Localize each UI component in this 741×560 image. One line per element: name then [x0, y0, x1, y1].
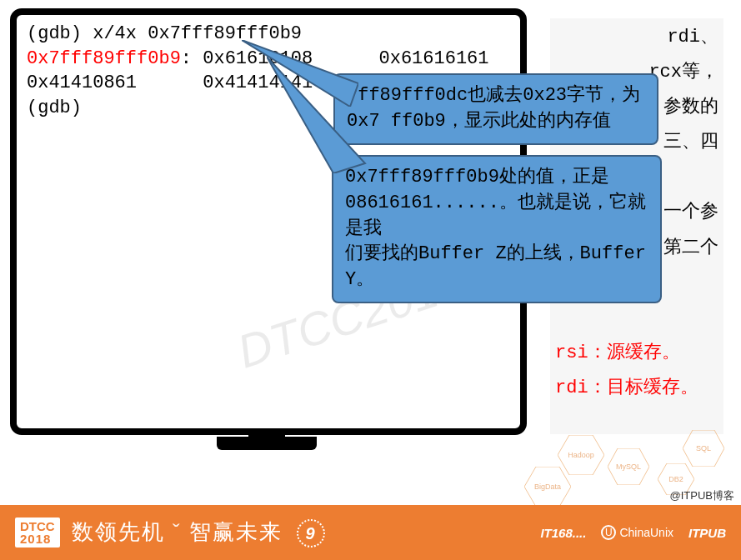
rdi-note: rdi：目标缓存。	[555, 374, 718, 402]
callout1-l2: 0x7 ff0b9，显示此处的内存值	[347, 109, 645, 135]
txt: rcx等，	[648, 62, 718, 82]
callout-buffer-y: 0x7fff89fff0b9处的值，正是 08616161......。也就是说…	[332, 155, 662, 303]
callout-subtract: fff89fff0dc也减去0x23字节，为 0x7 ff0b9，显示此处的内存…	[333, 73, 658, 145]
svg-marker-1	[267, 57, 365, 173]
footer-bar: DTCC 2018 数领先机 ˇ 智赢未来 9 IT168.... U Chin…	[0, 505, 741, 560]
gdb-line4: (gdb)	[27, 98, 82, 118]
hex-label: Hadoop	[558, 451, 604, 459]
txt: 第二个	[663, 238, 718, 258]
footer-brands: IT168.... U ChinaUnix ITPUB	[540, 525, 726, 540]
txt: 三、四	[663, 132, 718, 152]
u-icon: U	[601, 525, 616, 540]
slogan: 数领先机 ˇ 智赢未来 9	[72, 518, 325, 548]
callout2-l1: 0x7fff89fff0b9处的值，正是	[345, 165, 648, 191]
slogan-b: 智赢未来	[189, 519, 283, 544]
svg-marker-4	[683, 430, 724, 467]
gdb-addr: 0x7fff89fff0b9	[27, 48, 181, 69]
svg-marker-2	[558, 435, 604, 475]
brand-it168: IT168....	[540, 526, 586, 540]
callout1-l1: fff89fff0dc也减去0x23字节，为	[347, 83, 645, 109]
txt: 参数的	[663, 97, 718, 118]
callout2-l2: 08616161......。也就是说，它就是我	[345, 191, 648, 242]
svg-marker-3	[608, 448, 649, 485]
dtcc-logo: DTCC 2018	[15, 518, 60, 548]
callout2-l3: 们要找的Buffer Z的上线，Buffer Y。	[345, 242, 648, 293]
hex-label: BigData	[524, 482, 571, 491]
callout-tail-icon	[267, 57, 367, 173]
ninth-icon: 9	[297, 519, 325, 548]
monitor-stand	[217, 437, 317, 450]
hex-label: DB2	[658, 475, 694, 483]
brand-cu-label: ChinaUnix	[619, 526, 673, 539]
rsi-note: rsi：源缓存。	[555, 339, 718, 368]
brand-chinaunix: U ChinaUnix	[601, 525, 673, 540]
svg-marker-5	[524, 467, 571, 507]
credit: @ITPUB博客	[670, 488, 734, 503]
logo-year: 2018	[20, 532, 55, 545]
brand-itpub: ITPUB	[688, 526, 726, 540]
hex-label: SQL	[683, 444, 724, 452]
txt: rdi、	[667, 27, 718, 48]
txt: 一个参	[663, 202, 718, 222]
hex-label: MySQL	[608, 462, 649, 471]
slogan-a: 数领先机	[72, 519, 165, 544]
